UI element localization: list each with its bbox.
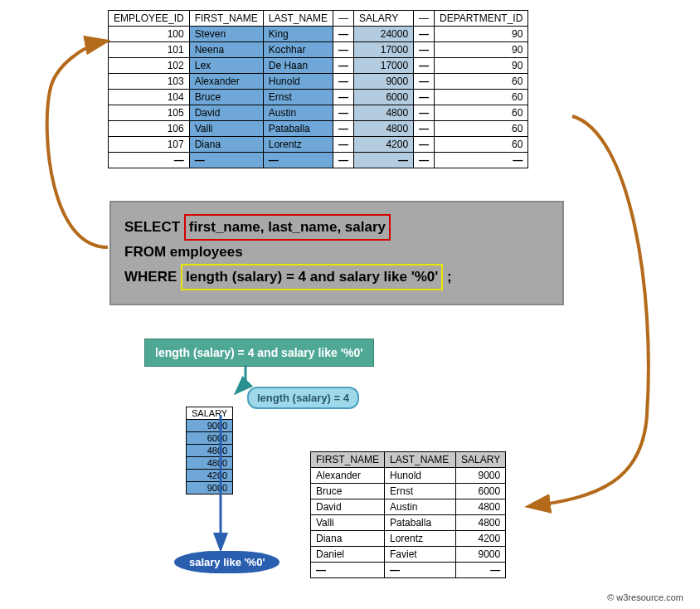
result-row: AlexanderHunold9000 — [311, 468, 506, 484]
condition-like-bubble: salary like '%0' — [174, 551, 280, 573]
result-table: FIRST_NAME LAST_NAME SALARY AlexanderHun… — [310, 451, 506, 578]
col-ellipsis: — — [414, 11, 435, 27]
result-row: DanielFaviet9000 — [311, 547, 506, 563]
source-table: EMPLOYEE_ID FIRST_NAME LAST_NAME — SALAR… — [108, 10, 528, 168]
table-row: 104BruceErnst—6000—60 — [109, 90, 528, 105]
salary-row: 4200 — [187, 470, 233, 482]
result-col-salary: SALARY — [456, 452, 506, 468]
sql-query-box: SELECT first_name, last_name, salary FRO… — [109, 201, 564, 305]
result-col-first-name: FIRST_NAME — [311, 452, 385, 468]
result-header-row: FIRST_NAME LAST_NAME SALARY — [311, 452, 506, 468]
salary-row: 4800 — [187, 445, 233, 457]
col-salary: SALARY — [354, 11, 414, 27]
sql-line-where: WHERE length (salary) = 4 and salary lik… — [124, 264, 549, 290]
condition-full-bubble: length (salary) = 4 and salary like '%0' — [144, 339, 374, 367]
table-row: 102LexDe Haan—17000—90 — [109, 58, 528, 74]
table-header-row: EMPLOYEE_ID FIRST_NAME LAST_NAME — SALAR… — [109, 11, 528, 27]
result-row: BruceErnst6000 — [311, 484, 506, 499]
col-ellipsis: — — [333, 11, 354, 27]
condition-length-bubble: length (salary) = 4 — [247, 387, 359, 409]
col-last-name: LAST_NAME — [263, 11, 333, 27]
salary-row: 6000 — [187, 432, 233, 445]
sql-line-select: SELECT first_name, last_name, salary — [124, 214, 549, 241]
salary-row: 9000 — [187, 482, 233, 495]
result-row: DianaLorentz4200 — [311, 531, 506, 547]
table-row: 105DavidAustin—4800—60 — [109, 105, 528, 121]
result-row-ellipsis: — — — — [311, 563, 506, 578]
highlight-condition: length (salary) = 4 and salary like '%0' — [181, 264, 443, 290]
highlight-columns: first_name, last_name, salary — [184, 214, 391, 241]
result-row: ValliPataballa4800 — [311, 515, 506, 531]
salary-column-table: SALARY 900060004800480042009000 — [186, 407, 233, 495]
table-row: 101NeenaKochhar—17000—90 — [109, 42, 528, 58]
col-department-id: DEPARTMENT_ID — [435, 11, 528, 27]
col-employee-id: EMPLOYEE_ID — [109, 11, 190, 27]
salary-row: 9000 — [187, 420, 233, 432]
table-row: 107DianaLorentz—4200—60 — [109, 137, 528, 153]
col-first-name: FIRST_NAME — [189, 11, 263, 27]
table-row: 103AlexanderHunold—9000—60 — [109, 74, 528, 90]
table-row: 100StevenKing—24000—90 — [109, 27, 528, 42]
table-row-ellipsis: — — — — — — — — [109, 153, 528, 168]
salary-row: 4800 — [187, 457, 233, 470]
result-row: DavidAustin4800 — [311, 499, 506, 515]
table-row: 106ValliPataballa—4800—60 — [109, 121, 528, 137]
result-col-last-name: LAST_NAME — [385, 452, 456, 468]
salary-header: SALARY — [187, 407, 233, 420]
sql-line-from: FROM employees — [124, 241, 549, 264]
copyright-text: © w3resource.com — [607, 592, 683, 602]
